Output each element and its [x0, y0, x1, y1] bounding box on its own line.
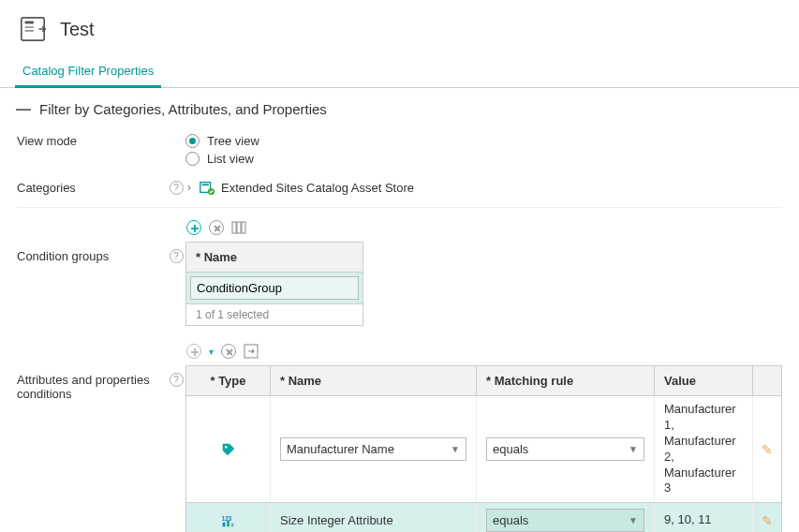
numeric-stat-icon: 123: [220, 512, 237, 529]
rule-select-value: equals: [493, 442, 528, 456]
tag-icon: [220, 441, 237, 458]
col-header-value[interactable]: Value: [655, 366, 753, 395]
svg-point-11: [224, 446, 227, 449]
svg-rect-15: [230, 524, 233, 527]
tab-catalog-filter-properties[interactable]: Catalog Filter Properties: [15, 54, 161, 88]
name-text: Size Integer Attribute: [280, 513, 393, 527]
delete-button[interactable]: [220, 343, 237, 360]
col-header-type[interactable]: * Type: [186, 366, 271, 395]
col-header-name[interactable]: * Name: [271, 366, 477, 395]
svg-rect-2: [25, 26, 34, 28]
columns-button[interactable]: [230, 219, 247, 236]
rule-select[interactable]: equals ▼: [486, 437, 644, 461]
row-attributes-conditions: Attributes and properties conditions ? ▾…: [17, 332, 782, 532]
row-categories: Categories ? › Extended Sites Catalog As…: [17, 173, 782, 208]
tabs: Catalog Filter Properties: [0, 54, 799, 88]
svg-rect-3: [25, 30, 34, 32]
value-text: 9, 10, 11: [664, 512, 712, 528]
chevron-down-icon: ▼: [629, 444, 638, 454]
svg-rect-5: [202, 184, 209, 185]
help-icon[interactable]: ?: [170, 181, 184, 195]
svg-rect-13: [222, 523, 225, 527]
label-categories: Categories: [17, 179, 167, 195]
row-view-mode: View mode Tree view List view: [17, 126, 782, 173]
edit-pencil-icon[interactable]: ✎: [762, 442, 773, 457]
condition-groups-toolbar: [185, 219, 782, 242]
svg-rect-7: [232, 222, 236, 233]
label-view-mode: View mode: [17, 132, 167, 148]
svg-rect-9: [242, 222, 245, 233]
svg-text:123: 123: [221, 515, 231, 522]
edit-pencil-icon[interactable]: ✎: [762, 513, 773, 528]
radio-label-list: List view: [207, 152, 254, 166]
radio-circle-icon: [185, 152, 200, 166]
table-row[interactable]: Manufacturer Name ▼ equals ▼ Manufacture…: [186, 396, 781, 503]
radio-circle-icon: [185, 134, 200, 148]
delete-button[interactable]: [208, 219, 225, 236]
test-object-icon: [19, 15, 47, 43]
col-header-name[interactable]: * Name: [186, 243, 363, 272]
page-title: Test: [60, 19, 95, 40]
add-button[interactable]: [185, 219, 202, 236]
collapse-button[interactable]: —: [17, 103, 30, 116]
condition-groups-footer: 1 of 1 selected: [186, 304, 363, 325]
attributes-toolbar: ▾: [185, 343, 782, 365]
value-text: Manufacturer 1, Manufacturer 2, Manufact…: [664, 402, 743, 496]
help-icon[interactable]: ?: [170, 249, 184, 263]
add-menu-chevron-icon[interactable]: ▾: [208, 347, 215, 357]
radio-label-tree: Tree view: [207, 134, 259, 148]
rule-select-value: equals: [493, 513, 528, 527]
rule-select[interactable]: equals ▼: [486, 509, 644, 532]
radio-tree-view[interactable]: Tree view: [185, 132, 782, 150]
chevron-down-icon: ▼: [629, 515, 638, 525]
expand-chevron-icon[interactable]: ›: [185, 181, 193, 194]
attributes-table: * Type * Name * Matching rule Value: [185, 365, 782, 532]
col-header-rule[interactable]: * Matching rule: [477, 366, 655, 395]
name-select-value: Manufacturer Name: [287, 442, 394, 456]
name-select[interactable]: Manufacturer Name ▼: [280, 437, 466, 461]
help-icon[interactable]: ?: [170, 373, 184, 387]
table-row[interactable]: [186, 273, 363, 304]
label-attributes-conditions: Attributes and properties conditions: [17, 343, 167, 401]
section-header: — Filter by Categories, Attributes, and …: [17, 101, 782, 117]
export-button[interactable]: [243, 343, 259, 360]
svg-rect-14: [227, 521, 229, 526]
svg-rect-8: [237, 222, 241, 233]
col-header-edit: [753, 366, 781, 395]
svg-rect-1: [25, 22, 34, 24]
row-condition-groups: Condition groups ? * Name: [17, 208, 782, 332]
condition-group-name-input[interactable]: [190, 276, 359, 300]
category-store-label[interactable]: Extended Sites Catalog Asset Store: [221, 181, 414, 195]
add-button-disabled[interactable]: [185, 343, 202, 360]
chevron-down-icon: ▼: [451, 444, 460, 454]
page-header: Test: [0, 0, 799, 54]
label-condition-groups: Condition groups: [17, 219, 167, 263]
table-row[interactable]: 123 Size Integer Attribute equals ▼ 9, 1…: [186, 503, 781, 532]
section-title: Filter by Categories, Attributes, and Pr…: [39, 101, 327, 117]
condition-groups-table: * Name 1 of 1 selected: [185, 242, 363, 326]
radio-list-view[interactable]: List view: [185, 150, 782, 168]
store-icon: [199, 179, 215, 196]
